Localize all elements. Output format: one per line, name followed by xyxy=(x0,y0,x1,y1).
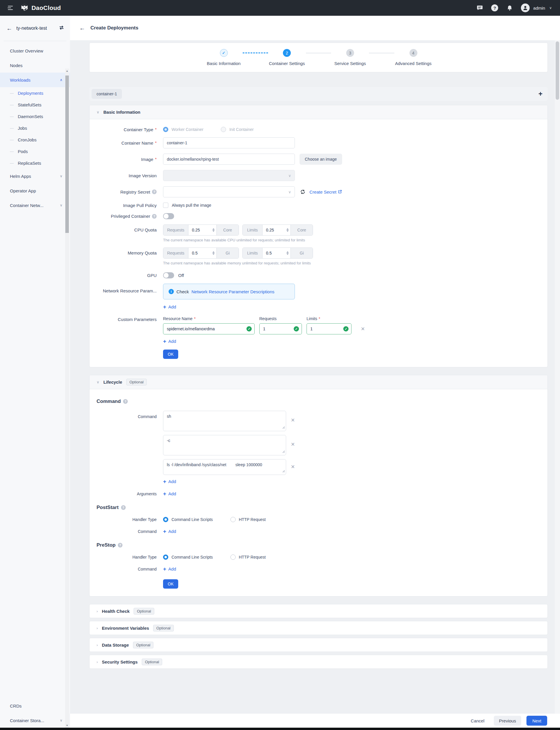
sidebar-item-jobs[interactable]: —Jobs xyxy=(0,122,70,134)
sidebar-scrollbar[interactable]: ▲ ▼ xyxy=(65,69,69,728)
sidebar-item-pods[interactable]: —Pods xyxy=(0,146,70,157)
cluster-name[interactable]: ty-network-test xyxy=(16,26,55,31)
help-icon[interactable]: ? xyxy=(491,4,498,11)
lifecycle-ok-button[interactable]: OK xyxy=(163,579,178,589)
init-container-radio[interactable] xyxy=(221,127,226,132)
cpu-limits-input[interactable]: 0.25 xyxy=(263,225,291,235)
previous-button[interactable]: Previous xyxy=(494,716,521,726)
environment-variables-section[interactable]: › Environment Variables Optional xyxy=(89,621,548,635)
help-icon[interactable]: ? xyxy=(152,190,157,194)
image-input[interactable] xyxy=(163,154,295,165)
command-textarea[interactable]: ls -l /dev/infiniband /sys/class/net sle… xyxy=(163,459,286,475)
resource-name-input[interactable] xyxy=(163,323,255,335)
add-network-param-link[interactable]: +Add xyxy=(163,304,176,310)
privileged-toggle[interactable] xyxy=(163,213,174,219)
data-storage-section[interactable]: › Data Storage Optional xyxy=(89,638,548,652)
brand[interactable]: DaoCloud xyxy=(20,3,61,13)
sidebar-item-workloads[interactable]: Workloads ∧ xyxy=(0,73,70,87)
choose-image-button[interactable]: Choose an image xyxy=(300,154,342,165)
create-secret-link[interactable]: Create Secret xyxy=(309,190,342,195)
sidebar-item-daemonsets[interactable]: —DaemonSets xyxy=(0,111,70,122)
dash-icon: — xyxy=(10,138,14,142)
user-menu-chevron-down-icon[interactable]: ∨ xyxy=(549,6,552,10)
registry-secret-select[interactable]: ∨ xyxy=(163,186,295,197)
add-command-link[interactable]: +Add xyxy=(163,479,176,484)
next-button[interactable]: Next xyxy=(526,716,547,726)
privileged-container-row: Privileged Container? xyxy=(97,213,540,219)
resize-handle-icon[interactable] xyxy=(282,468,285,474)
add-prestop-command-link[interactable]: +Add xyxy=(163,566,176,572)
sidebar-item-statefulsets[interactable]: —StatefulSets xyxy=(0,99,70,111)
command-entry: sh ✕ xyxy=(163,411,295,431)
health-check-section[interactable]: › Health Check Optional xyxy=(89,604,548,618)
http-request-radio[interactable] xyxy=(230,517,236,522)
memory-requests-input[interactable]: 0.5 xyxy=(188,248,216,258)
sidebar-item-cluster-overview[interactable]: Cluster Overview xyxy=(0,43,70,58)
remove-command-icon[interactable]: ✕ xyxy=(291,417,295,423)
messages-icon[interactable] xyxy=(476,4,484,12)
container-name-input[interactable] xyxy=(163,137,295,148)
page-back-icon[interactable]: ← xyxy=(79,25,85,31)
stepper-arrows-icon[interactable] xyxy=(212,228,215,232)
username[interactable]: admin xyxy=(533,6,545,11)
scroll-up-icon[interactable]: ▲ xyxy=(66,69,68,73)
command-line-scripts-radio[interactable] xyxy=(163,554,168,560)
notifications-bell-icon[interactable] xyxy=(506,4,513,12)
sidebar-item-operator-app[interactable]: Operator App xyxy=(0,183,70,198)
command-line-scripts-radio[interactable] xyxy=(163,517,168,522)
sidebar-item-container-network[interactable]: Container Netw...∨ xyxy=(0,198,70,213)
sidebar-item-crds[interactable]: CRDs xyxy=(0,698,70,713)
page-scrollbar[interactable] xyxy=(555,40,560,714)
sidebar-item-container-storage[interactable]: Container Stora...∨ xyxy=(0,713,70,728)
basic-information-header[interactable]: ∨ Basic Information xyxy=(90,105,547,119)
sidebar-item-nodes[interactable]: Nodes xyxy=(0,58,70,73)
add-container-button[interactable]: + xyxy=(538,90,543,97)
gpu-toggle[interactable] xyxy=(163,272,174,279)
remove-parameter-icon[interactable]: ✕ xyxy=(361,326,365,332)
sidebar-item-cronjobs[interactable]: —CronJobs xyxy=(0,134,70,146)
sidebar-scrollbar-thumb[interactable] xyxy=(65,76,69,233)
remove-command-icon[interactable]: ✕ xyxy=(291,464,295,470)
add-custom-parameter-link[interactable]: +Add xyxy=(163,339,176,344)
help-icon[interactable]: ? xyxy=(152,214,157,219)
memory-limits-input[interactable]: 0.5 xyxy=(263,248,291,258)
user-avatar[interactable] xyxy=(521,3,530,12)
worker-container-radio[interactable] xyxy=(163,127,168,132)
command-textarea[interactable]: sh xyxy=(163,411,286,431)
tab-container-1[interactable]: container-1 xyxy=(92,89,122,99)
add-poststart-command-link[interactable]: +Add xyxy=(163,528,176,534)
remove-command-icon[interactable]: ✕ xyxy=(291,441,295,447)
sidebar-back-icon[interactable]: ← xyxy=(6,25,12,32)
add-argument-link[interactable]: +Add xyxy=(163,491,176,496)
resize-handle-icon[interactable] xyxy=(282,425,285,430)
help-icon[interactable]: ? xyxy=(118,543,123,547)
switch-cluster-icon[interactable] xyxy=(59,25,64,31)
page-scrollbar-thumb[interactable] xyxy=(556,41,559,100)
http-request-radio[interactable] xyxy=(230,554,236,560)
section-title: Basic Information xyxy=(104,110,141,115)
poststart-heading: PostStart ? xyxy=(97,505,540,510)
network-param-descriptions-link[interactable]: Network Resource Parameter Descriptions xyxy=(192,289,274,294)
sidebar-item-helm-apps[interactable]: Helm Apps∨ xyxy=(0,169,70,183)
help-icon[interactable]: ? xyxy=(121,505,126,510)
always-pull-checkbox[interactable] xyxy=(163,203,168,208)
help-icon[interactable]: ? xyxy=(123,399,128,404)
stepper-arrows-icon[interactable] xyxy=(286,251,289,255)
refresh-secrets-icon[interactable] xyxy=(300,189,305,195)
scroll-down-icon[interactable]: ▼ xyxy=(66,723,68,728)
lifecycle-header[interactable]: ∨ Lifecycle Optional xyxy=(90,375,547,389)
cpu-requests-input[interactable]: 0.25 xyxy=(188,225,216,235)
image-version-select[interactable]: ∨ xyxy=(163,170,295,181)
step-connector xyxy=(369,53,394,53)
basic-info-ok-button[interactable]: OK xyxy=(163,350,178,359)
stepper-arrows-icon[interactable] xyxy=(212,251,215,255)
security-settings-section[interactable]: › Security Settings Optional xyxy=(89,655,548,669)
cancel-button[interactable]: Cancel xyxy=(471,718,484,723)
stepper-arrows-icon[interactable] xyxy=(286,228,289,232)
command-textarea[interactable]: -c xyxy=(163,435,286,455)
resize-handle-icon[interactable] xyxy=(282,449,285,454)
sidebar-item-replicasets[interactable]: —ReplicaSets xyxy=(0,157,70,169)
sidebar-item-deployments[interactable]: —Deployments xyxy=(0,87,70,99)
optional-badge: Optional xyxy=(134,608,154,614)
hamburger-menu-icon[interactable] xyxy=(2,6,18,10)
